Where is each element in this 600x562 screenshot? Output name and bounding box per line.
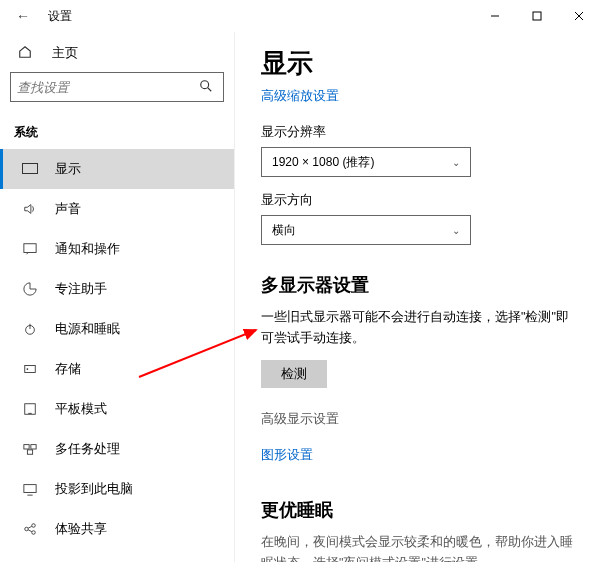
link-graphics[interactable]: 图形设置 [261,446,313,464]
sidebar-item-label: 声音 [55,200,81,218]
multitask-icon [21,442,39,456]
orientation-value: 横向 [272,222,296,239]
sidebar-item-label: 存储 [55,360,81,378]
sidebar-item-label: 多任务处理 [55,440,120,458]
sidebar-item-clipboard[interactable]: 剪贴板 [0,549,234,562]
svg-rect-1 [533,12,541,20]
sidebar-category: 系统 [0,114,234,149]
power-icon [21,322,39,336]
sidebar-item-display[interactable]: 显示 [0,149,234,189]
sound-icon [21,202,39,216]
svg-point-4 [201,80,209,88]
svg-line-21 [28,526,32,528]
svg-point-20 [32,531,36,535]
resolution-value: 1920 × 1080 (推荐) [272,154,374,171]
project-icon [21,482,39,496]
sidebar-item-sound[interactable]: 声音 [0,189,234,229]
sidebar: 主页 系统 显示 [0,32,235,562]
link-advanced-display[interactable]: 高级显示设置 [261,410,339,428]
shared-icon [21,522,39,536]
sidebar-home[interactable]: 主页 [0,38,234,72]
sidebar-item-storage[interactable]: 存储 [0,349,234,389]
sidebar-item-shared[interactable]: 体验共享 [0,509,234,549]
chevron-down-icon: ⌄ [452,225,460,236]
search-icon [195,79,217,96]
detect-button[interactable]: 检测 [261,360,327,388]
sidebar-item-focus[interactable]: 专注助手 [0,269,234,309]
svg-point-19 [32,524,36,528]
minimize-button[interactable] [474,2,516,30]
content-pane: 显示 高级缩放设置 显示分辨率 1920 × 1080 (推荐) ⌄ 显示方向 … [235,32,600,562]
tablet-icon [21,402,39,416]
resolution-label: 显示分辨率 [261,123,580,141]
sidebar-item-label: 平板模式 [55,400,107,418]
sidebar-item-tablet[interactable]: 平板模式 [0,389,234,429]
sleep-heading: 更优睡眠 [261,498,580,522]
sidebar-item-multitask[interactable]: 多任务处理 [0,429,234,469]
titlebar: ← 设置 [0,0,600,32]
close-button[interactable] [558,2,600,30]
search-input[interactable] [17,80,195,95]
window-title: 设置 [48,8,72,25]
svg-rect-17 [24,485,36,493]
page-title: 显示 [261,46,580,81]
sidebar-item-label: 电源和睡眠 [55,320,120,338]
svg-point-18 [25,527,29,531]
svg-line-5 [208,87,212,91]
multi-display-text: 一些旧式显示器可能不会进行自动连接，选择"检测"即可尝试手动连接。 [261,307,580,350]
orientation-select[interactable]: 横向 ⌄ [261,215,471,245]
svg-rect-15 [31,445,36,449]
sidebar-item-label: 通知和操作 [55,240,120,258]
search-box[interactable] [10,72,224,102]
focus-icon [21,282,39,296]
sidebar-item-project[interactable]: 投影到此电脑 [0,469,234,509]
svg-rect-10 [25,366,36,373]
orientation-label: 显示方向 [261,191,580,209]
display-icon [21,163,39,175]
sidebar-item-label: 体验共享 [55,520,107,538]
notifications-icon [21,242,39,256]
sidebar-nav: 显示 声音 通知和操作 专注助手 电源和 [0,149,234,562]
multi-display-heading: 多显示器设置 [261,273,580,297]
storage-icon [21,362,39,376]
link-advanced-scaling[interactable]: 高级缩放设置 [261,87,339,105]
svg-point-11 [27,368,29,370]
sidebar-item-label: 显示 [55,160,81,178]
svg-line-22 [28,530,32,532]
sidebar-item-notifications[interactable]: 通知和操作 [0,229,234,269]
home-icon [18,45,36,62]
sidebar-item-power[interactable]: 电源和睡眠 [0,309,234,349]
sidebar-home-label: 主页 [52,44,78,62]
chevron-down-icon: ⌄ [452,157,460,168]
svg-rect-6 [23,164,38,174]
sidebar-item-label: 专注助手 [55,280,107,298]
svg-rect-7 [24,244,36,253]
back-button[interactable]: ← [8,1,38,31]
sleep-text: 在晚间，夜间模式会显示较柔和的暖色，帮助你进入睡眠状态。选择"夜间模式设置"进行… [261,532,580,563]
svg-rect-14 [24,445,29,449]
maximize-button[interactable] [516,2,558,30]
svg-rect-16 [27,450,32,454]
resolution-select[interactable]: 1920 × 1080 (推荐) ⌄ [261,147,471,177]
sidebar-item-label: 投影到此电脑 [55,480,133,498]
svg-rect-12 [25,404,36,415]
